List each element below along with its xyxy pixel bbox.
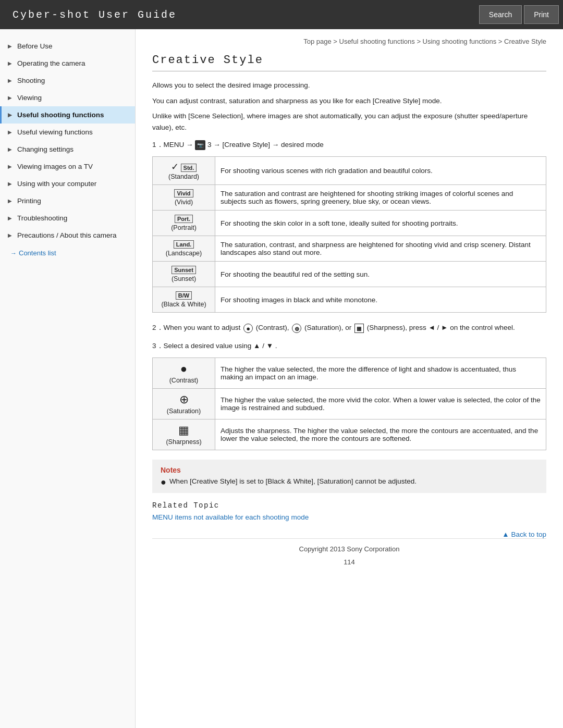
style-desc-cell: For shooting the beautiful red of the se…: [215, 262, 546, 287]
sidebar-item-viewing[interactable]: ▶ Viewing: [0, 89, 135, 106]
adjust-label: (Contrast): [158, 377, 210, 384]
breadcrumb-using[interactable]: Using shooting functions: [423, 38, 497, 45]
adjust-icon: ▦: [158, 424, 210, 437]
icon-label: (Vivid): [175, 199, 193, 206]
icon-label: (Standard): [168, 173, 199, 180]
style-desc-cell: The saturation and contrast are heighten…: [215, 185, 546, 211]
layout: ▶ Before Use ▶ Operating the camera ▶ Sh…: [0, 29, 563, 728]
style-icon-cell: B/W(Black & White): [153, 287, 215, 313]
copyright-text: Copyright 2013 Sony Corporation: [299, 545, 400, 553]
sidebar-arrow-icon: ▶: [8, 181, 14, 187]
adjust-desc-cell: The higher the value selected, the more …: [215, 389, 546, 419]
sidebar-item-label: Useful viewing functions: [17, 128, 93, 136]
adjust-icon-cell: ●(Contrast): [153, 358, 215, 389]
footer: Copyright 2013 Sony Corporation: [152, 538, 546, 556]
back-to-top-link[interactable]: ▲ Back to top: [502, 530, 546, 538]
header-title-area: Cyber-shot User Guide: [0, 0, 479, 29]
search-button[interactable]: Search: [479, 5, 522, 24]
sidebar-arrow-icon: ▶: [8, 198, 14, 204]
step-2: 2．When you want to adjust ● (Contrast), …: [152, 322, 546, 334]
page-title: Creative Style: [152, 54, 546, 71]
breadcrumb-sep2: >: [415, 38, 423, 45]
icon-badge: Sunset: [172, 266, 196, 274]
sidebar-item-precautions[interactable]: ▶ Precautions / About this camera: [0, 227, 135, 244]
sidebar-arrow-icon: ▶: [8, 146, 14, 153]
sidebar-item-label: Before Use: [17, 42, 53, 50]
sidebar-item-shooting[interactable]: ▶ Shooting: [0, 72, 135, 89]
icon-badge: Port.: [175, 215, 193, 223]
camera-icon: 📷: [195, 140, 205, 150]
sidebar-item-label: Useful shooting functions: [17, 111, 104, 119]
intro-text-3: Unlike with [Scene Selection], where ima…: [152, 110, 546, 133]
sidebar-arrow-icon: ▶: [8, 112, 14, 118]
style-table-row: Vivid(Vivid)The saturation and contrast …: [153, 185, 546, 211]
sidebar-item-changing-settings[interactable]: ▶ Changing settings: [0, 141, 135, 158]
sidebar-arrow-icon: ▶: [8, 215, 14, 221]
header-buttons: Search Print: [479, 0, 563, 29]
sidebar-item-label: Viewing images on a TV: [17, 163, 93, 170]
adjust-table: ●(Contrast)The higher the value selected…: [152, 357, 546, 450]
style-table-row: Port.(Portrait)For shooting the skin col…: [153, 211, 546, 236]
sidebar-item-before-use[interactable]: ▶ Before Use: [0, 38, 135, 55]
sidebar-arrow-icon: ▶: [8, 95, 14, 101]
sidebar-item-label: Troubleshooting: [17, 214, 67, 222]
style-icon-cell: Vivid(Vivid): [153, 185, 215, 211]
icon-label: (Sunset): [172, 275, 196, 282]
style-icon-cell: Sunset(Sunset): [153, 262, 215, 287]
sidebar-item-troubleshooting[interactable]: ▶ Troubleshooting: [0, 209, 135, 227]
back-to-top: ▲ Back to top: [152, 530, 546, 538]
style-desc-cell: For shooting various scenes with rich gr…: [215, 157, 546, 185]
adjust-table-row: ▦(Sharpness)Adjusts the sharpness. The h…: [153, 419, 546, 450]
sidebar-item-label: Printing: [17, 197, 41, 205]
breadcrumb: Top page > Useful shooting functions > U…: [152, 38, 546, 45]
breadcrumb-top[interactable]: Top page: [303, 38, 332, 45]
breadcrumb-current: Creative Style: [504, 38, 546, 45]
style-icon-cell: ✓Std.(Standard): [153, 157, 215, 185]
related-topic-section: Related Topic MENU items not available f…: [152, 501, 546, 521]
sidebar-item-computer[interactable]: ▶ Using with your computer: [0, 175, 135, 192]
style-table-row: Land.(Landscape)The saturation, contrast…: [153, 236, 546, 262]
related-topic-link[interactable]: MENU items not available for each shooti…: [152, 513, 309, 521]
sidebar-item-label: Using with your computer: [17, 180, 96, 188]
sidebar-item-useful-shooting[interactable]: ▶ Useful shooting functions: [0, 106, 135, 124]
intro-text-1: Allows you to select the desired image p…: [152, 80, 546, 91]
sidebar-item-printing[interactable]: ▶ Printing: [0, 192, 135, 209]
icon-label: (Portrait): [171, 224, 197, 231]
sidebar-item-useful-viewing[interactable]: ▶ Useful viewing functions: [0, 124, 135, 141]
style-desc-cell: The saturation, contrast, and sharpness …: [215, 236, 546, 262]
step-1: 1．MENU → 📷 3 → [Creative Style] → desire…: [152, 139, 546, 151]
saturation-icon: ⊕: [292, 324, 301, 333]
page-number: 114: [152, 556, 546, 571]
adjust-label: (Sharpness): [158, 438, 210, 446]
sidebar-arrow-icon: ▶: [8, 43, 14, 50]
style-table-row: Sunset(Sunset)For shooting the beautiful…: [153, 262, 546, 287]
adjust-table-row: ●(Contrast)The higher the value selected…: [153, 358, 546, 389]
sidebar-item-operating[interactable]: ▶ Operating the camera: [0, 55, 135, 72]
notes-title: Notes: [161, 466, 538, 474]
adjust-desc-cell: Adjusts the sharpness. The higher the va…: [215, 419, 546, 450]
sidebar-item-viewing-tv[interactable]: ▶ Viewing images on a TV: [0, 158, 135, 175]
sidebar-arrow-icon: ▶: [8, 164, 14, 170]
sidebar-arrow-icon: ▶: [8, 78, 14, 84]
icon-badge: Std.: [181, 164, 197, 172]
style-table: ✓Std.(Standard)For shooting various scen…: [152, 156, 546, 313]
style-icon-cell: Land.(Landscape): [153, 236, 215, 262]
breadcrumb-sep1: >: [332, 38, 339, 45]
sidebar: ▶ Before Use ▶ Operating the camera ▶ Sh…: [0, 29, 136, 728]
adjust-label: (Saturation): [158, 408, 210, 415]
notes-item: ● When [Creative Style] is set to [Black…: [161, 477, 538, 487]
breadcrumb-useful[interactable]: Useful shooting functions: [339, 38, 415, 45]
contents-list-link[interactable]: → Contents list: [0, 244, 135, 259]
icon-badge: Land.: [174, 240, 194, 249]
style-desc-cell: For shooting the skin color in a soft to…: [215, 211, 546, 236]
adjust-icon-cell: ▦(Sharpness): [153, 419, 215, 450]
sidebar-item-label: Shooting: [17, 77, 45, 84]
contrast-icon: ●: [243, 324, 253, 333]
adjust-icon: ⊕: [158, 393, 210, 406]
breadcrumb-sep3: >: [496, 38, 504, 45]
adjust-table-row: ⊕(Saturation)The higher the value select…: [153, 389, 546, 419]
print-button[interactable]: Print: [524, 5, 559, 24]
main-content: Top page > Useful shooting functions > U…: [136, 29, 563, 728]
sidebar-item-label: Viewing: [17, 94, 42, 102]
icon-label: (Black & White): [161, 301, 206, 308]
